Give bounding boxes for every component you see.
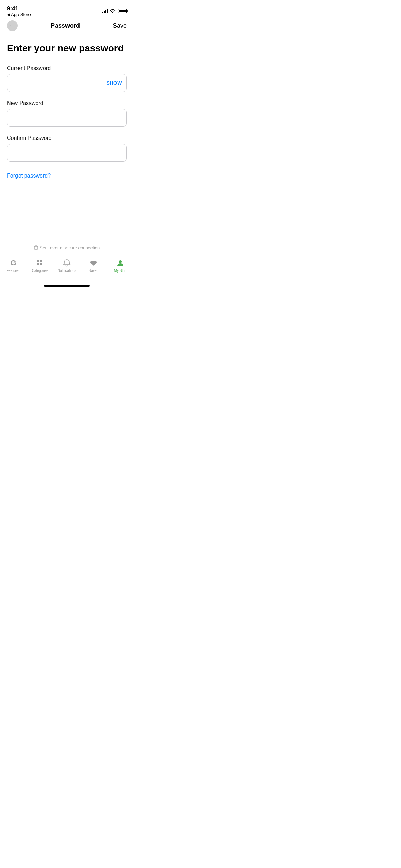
current-password-label: Current Password [7,65,127,71]
status-bar: 9:41 ◀ App Store [0,0,134,17]
battery-icon [118,9,127,13]
back-arrow-icon: ← [9,22,15,29]
page-title: Password [51,22,80,29]
content-spacer [0,213,134,239]
confirm-password-label: Confirm Password [7,135,127,141]
wifi-icon [110,9,116,13]
saved-icon [89,258,98,267]
status-time: 9:41 [7,5,19,12]
svg-rect-0 [34,246,38,249]
svg-rect-3 [40,260,42,262]
tab-label-saved: Saved [89,269,98,273]
new-password-wrapper [7,109,127,127]
svg-rect-4 [37,263,39,265]
tab-bar: G Featured Categories Notifications Save… [0,255,134,282]
current-password-group: Current Password SHOW [7,65,127,92]
tab-item-mystuff[interactable]: My Stuff [107,258,134,273]
tab-item-saved[interactable]: Saved [80,258,107,273]
main-content: Enter your new password Current Password… [0,34,134,213]
nav-bar: ← Password Save [0,17,134,34]
confirm-password-wrapper [7,144,127,162]
featured-icon: G [9,258,18,267]
status-left: 9:41 ◀ App Store [7,5,31,17]
svg-point-6 [119,260,122,263]
status-back-label: ◀ App Store [7,12,31,17]
mystuff-icon [116,258,125,267]
tab-item-categories[interactable]: Categories [27,258,53,273]
home-bar [44,285,90,287]
secure-message: Sent over a secure connection [0,239,134,255]
home-indicator [0,282,134,289]
tab-label-categories: Categories [32,269,48,273]
new-password-group: New Password [7,100,127,127]
back-button[interactable]: ← [7,20,18,31]
tab-item-featured[interactable]: G Featured [0,258,27,273]
categories-icon [36,258,45,267]
tab-label-featured: Featured [7,269,20,273]
page-heading: Enter your new password [7,43,127,54]
lock-icon [34,245,38,251]
new-password-label: New Password [7,100,127,106]
confirm-password-input[interactable] [7,144,127,162]
new-password-input[interactable] [7,109,127,127]
signal-icon [102,9,108,13]
forgot-password-link[interactable]: Forgot password? [7,173,51,179]
show-password-button[interactable]: SHOW [106,80,122,86]
save-button[interactable]: Save [113,22,127,29]
status-icons [102,9,127,13]
confirm-password-group: Confirm Password [7,135,127,162]
tab-label-mystuff: My Stuff [114,269,127,273]
svg-text:G: G [10,258,16,267]
svg-rect-5 [40,263,42,265]
notifications-icon [62,258,71,267]
current-password-wrapper: SHOW [7,74,127,92]
tab-item-notifications[interactable]: Notifications [53,258,80,273]
tab-label-notifications: Notifications [58,269,76,273]
svg-rect-2 [37,260,39,262]
